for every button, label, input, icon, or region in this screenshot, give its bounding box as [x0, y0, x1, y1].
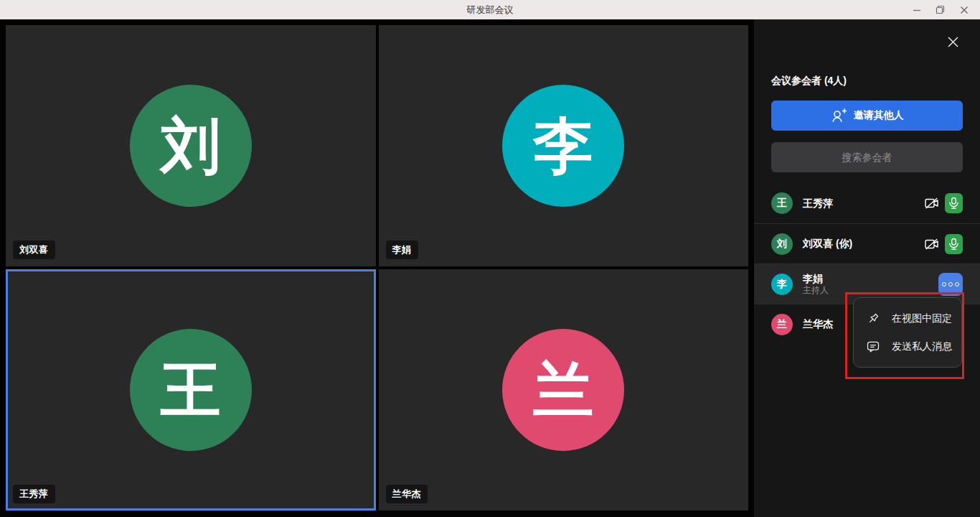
- avatar: 李: [771, 274, 793, 295]
- camera-off-icon: [925, 238, 938, 250]
- close-window-button[interactable]: [952, 0, 976, 19]
- video-tile-lanhuajie[interactable]: 兰 兰华杰: [379, 269, 749, 511]
- tile-name-label: 刘双喜: [13, 241, 55, 259]
- participants-panel: 会议参会者 (4人) 邀请其他人 王 王秀萍: [754, 19, 980, 517]
- mic-on-button[interactable]: [945, 234, 963, 254]
- avatar: 兰: [502, 329, 624, 451]
- title-bar: 研发部会议: [0, 0, 980, 19]
- more-dots-icon: [942, 282, 946, 287]
- participant-row-liushuangxi-self[interactable]: 刘 刘双喜 (你): [754, 223, 980, 264]
- avatar: 王: [130, 329, 252, 451]
- avatar: 刘: [130, 85, 252, 207]
- participants-header: 会议参会者 (4人): [771, 75, 847, 88]
- avatar-initial: 李: [533, 116, 593, 176]
- message-icon: [866, 340, 880, 354]
- participant-name: 刘双喜 (你): [803, 238, 925, 250]
- tile-name-label: 王秀萍: [13, 485, 55, 503]
- close-window-icon: [960, 6, 969, 14]
- tile-name-label: 李娟: [386, 241, 418, 259]
- avatar: 刘: [771, 233, 793, 255]
- invite-button-label: 邀请其他人: [854, 109, 904, 122]
- camera-off-icon: [925, 197, 938, 209]
- participant-name: 王秀萍: [803, 197, 925, 210]
- video-grid: 刘 刘双喜 李 李娟 王 王秀萍 兰 兰华杰: [6, 25, 748, 511]
- tile-name-label: 兰华杰: [386, 485, 428, 503]
- restore-button[interactable]: [928, 0, 952, 19]
- more-actions-button[interactable]: [938, 273, 963, 296]
- invite-others-button[interactable]: 邀请其他人: [771, 101, 963, 131]
- mic-on-button[interactable]: [945, 193, 963, 213]
- minimize-icon: [913, 6, 921, 14]
- avatar-initial: 刘: [161, 116, 221, 176]
- participant-name: 李娟: [803, 273, 938, 285]
- video-tile-wangxiuping-selected[interactable]: 王 王秀萍: [6, 269, 376, 511]
- menu-item-label: 发送私人消息: [892, 340, 952, 353]
- menu-item-pin-in-view[interactable]: 在视图中固定: [854, 304, 961, 332]
- close-panel-button[interactable]: [945, 34, 961, 50]
- video-tile-liushuangxi[interactable]: 刘 刘双喜: [6, 25, 376, 266]
- mic-icon: [948, 197, 959, 210]
- avatar-initial: 王: [161, 360, 221, 420]
- minimize-button[interactable]: [905, 0, 928, 19]
- avatar-initial: 李: [777, 278, 787, 291]
- search-participants-input[interactable]: [771, 142, 963, 172]
- avatar-initial: 刘: [777, 238, 787, 251]
- avatar: 兰: [771, 314, 793, 335]
- person-add-icon: [831, 108, 847, 123]
- close-icon: [947, 36, 959, 48]
- avatar: 李: [502, 85, 624, 207]
- participant-row-wangxiuping[interactable]: 王 王秀萍: [754, 183, 980, 223]
- context-menu: 在视图中固定 发送私人消息: [853, 297, 962, 368]
- avatar-initial: 王: [777, 197, 787, 210]
- avatar-initial: 兰: [533, 360, 593, 420]
- restore-icon: [936, 5, 945, 14]
- mic-icon: [948, 238, 959, 251]
- avatar-initial: 兰: [777, 318, 787, 331]
- window-controls: [905, 0, 976, 19]
- avatar: 王: [771, 192, 793, 214]
- menu-item-label: 在视图中固定: [892, 312, 952, 325]
- menu-item-send-private-message[interactable]: 发送私人消息: [854, 332, 961, 360]
- window-title: 研发部会议: [0, 0, 980, 19]
- pin-icon: [866, 312, 880, 326]
- video-tile-lijuan[interactable]: 李 李娟: [379, 25, 749, 266]
- participant-role: 主持人: [803, 285, 938, 296]
